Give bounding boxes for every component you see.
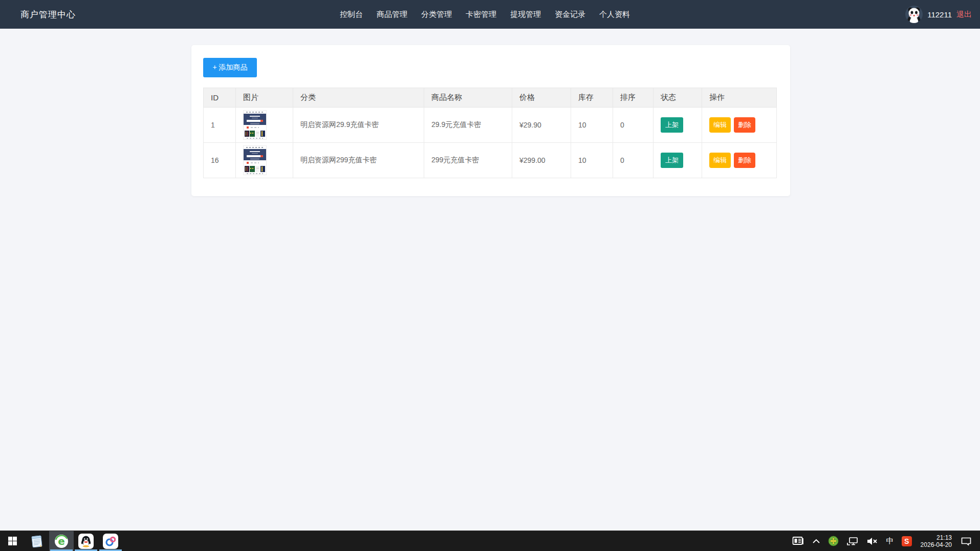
header-id: ID <box>204 88 236 108</box>
header-name: 商品名称 <box>424 88 512 108</box>
cell-image <box>236 108 293 143</box>
sogou-tray-icon[interactable]: S <box>900 531 914 551</box>
menu-item-products[interactable]: 商品管理 <box>377 10 407 19</box>
system-tray: 中 S 21:13 2026-04-20 <box>790 531 980 551</box>
status-badge-on-sale: 上架 <box>661 153 683 168</box>
menu-item-funds[interactable]: 资金记录 <box>555 10 585 19</box>
taskbar-clock[interactable]: 21:13 2026-04-20 <box>918 534 955 548</box>
header-image: 图片 <box>236 88 293 108</box>
edit-button[interactable]: 编辑 <box>709 117 731 133</box>
menu-item-profile[interactable]: 个人资料 <box>599 10 630 19</box>
cell-status: 上架 <box>654 108 702 143</box>
cell-status: 上架 <box>654 143 702 178</box>
notepad-icon <box>30 534 44 548</box>
header-actions: 操作 <box>702 88 777 108</box>
windows-logo-icon <box>8 537 17 545</box>
table-row: 16 明启资源网299充值卡密 299元充值卡密 ¥299.00 10 0 上架 <box>204 143 777 178</box>
cell-sort: 0 <box>613 108 654 143</box>
header-price: 价格 <box>512 88 571 108</box>
products-table: ID 图片 分类 商品名称 价格 库存 排序 状态 操作 1 <box>203 88 777 178</box>
ime-toolbar-icon[interactable] <box>790 531 807 551</box>
add-product-button[interactable]: + 添加商品 <box>203 58 257 77</box>
cell-stock: 10 <box>571 108 613 143</box>
browser-360-icon: e <box>54 534 69 549</box>
cell-stock: 10 <box>571 143 613 178</box>
cell-id: 16 <box>204 143 236 178</box>
cell-image <box>236 143 293 178</box>
safety-360-tray-icon[interactable] <box>826 531 841 551</box>
qq-icon <box>78 534 94 549</box>
ring-app-icon <box>103 534 118 549</box>
main-menu: 控制台 商品管理 分类管理 卡密管理 提现管理 资金记录 个人资料 <box>340 0 630 29</box>
user-area: 112211 退出 <box>905 0 972 29</box>
panda-avatar-icon[interactable] <box>905 6 923 23</box>
table-row: 1 明启资源网29.9充值卡密 29.9元充值卡密 ¥29.90 10 0 上架 <box>204 108 777 143</box>
header-status: 状态 <box>654 88 702 108</box>
windows-taskbar: e <box>0 531 980 551</box>
products-card: + 添加商品 ID 图片 分类 商品名称 价格 库存 排序 状态 操作 1 <box>191 45 790 196</box>
username-label: 112211 <box>927 10 952 19</box>
cell-price: ¥29.90 <box>512 108 571 143</box>
brand-title[interactable]: 商户管理中心 <box>20 9 76 20</box>
cell-price: ¥299.00 <box>512 143 571 178</box>
qq-taskbar-button[interactable] <box>74 531 98 551</box>
status-badge-on-sale: 上架 <box>661 117 683 133</box>
clock-date: 2026-04-20 <box>921 541 952 548</box>
ime-language-indicator[interactable]: 中 <box>884 531 896 551</box>
start-button[interactable] <box>0 531 25 551</box>
ring-app-taskbar-button[interactable] <box>98 531 123 551</box>
product-thumbnail <box>243 145 267 175</box>
notepad-taskbar-button[interactable] <box>25 531 49 551</box>
cell-actions: 编辑删除 <box>702 108 777 143</box>
cell-actions: 编辑删除 <box>702 143 777 178</box>
delete-button[interactable]: 删除 <box>734 117 755 133</box>
svg-text:e: e <box>58 535 65 547</box>
network-icon[interactable] <box>844 531 861 551</box>
header-stock: 库存 <box>571 88 613 108</box>
product-thumbnail <box>243 110 267 140</box>
action-center-icon[interactable] <box>959 531 975 551</box>
cell-name: 299元充值卡密 <box>424 143 512 178</box>
cell-name: 29.9元充值卡密 <box>424 108 512 143</box>
menu-item-console[interactable]: 控制台 <box>340 10 363 19</box>
clock-time: 21:13 <box>921 534 952 541</box>
header-category: 分类 <box>293 88 424 108</box>
edit-button[interactable]: 编辑 <box>709 153 731 168</box>
cell-category: 明启资源网29.9充值卡密 <box>293 108 424 143</box>
menu-item-withdraw[interactable]: 提现管理 <box>510 10 541 19</box>
table-header-row: ID 图片 分类 商品名称 价格 库存 排序 状态 操作 <box>204 88 777 108</box>
cell-category: 明启资源网299充值卡密 <box>293 143 424 178</box>
top-navbar: 商户管理中心 控制台 商品管理 分类管理 卡密管理 提现管理 资金记录 个人资料… <box>0 0 980 29</box>
logout-link[interactable]: 退出 <box>956 10 972 19</box>
delete-button[interactable]: 删除 <box>734 153 755 168</box>
volume-muted-icon[interactable] <box>864 531 881 551</box>
cell-id: 1 <box>204 108 236 143</box>
menu-item-categories[interactable]: 分类管理 <box>421 10 452 19</box>
menu-item-cardkeys[interactable]: 卡密管理 <box>466 10 496 19</box>
cell-sort: 0 <box>613 143 654 178</box>
hidden-icons-chevron-icon[interactable] <box>810 531 822 551</box>
browser-360-taskbar-button[interactable]: e <box>49 531 74 551</box>
header-sort: 排序 <box>613 88 654 108</box>
